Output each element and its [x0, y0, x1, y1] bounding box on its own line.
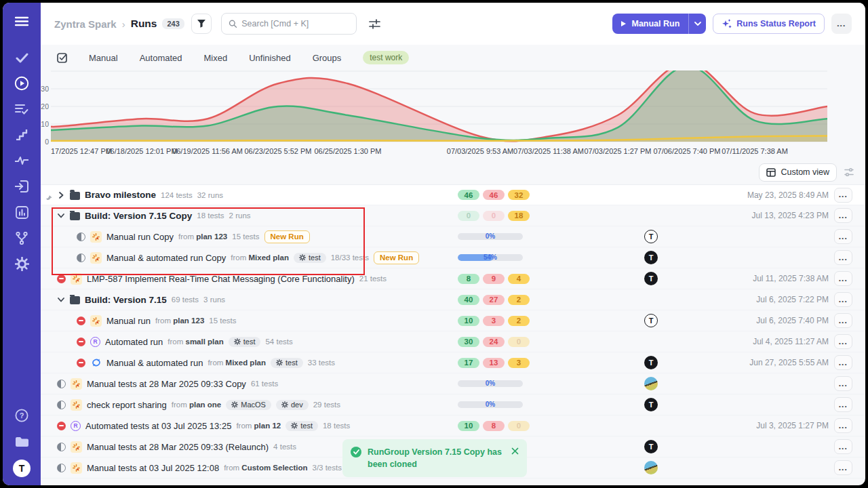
group-row[interactable]: Bravo milestone124 tests32 runs 464632 M…	[41, 184, 865, 205]
select-runs-icon[interactable]	[57, 53, 67, 63]
assignee-avatar[interactable]: T	[644, 272, 658, 285]
manual-run-type-icon	[71, 273, 82, 285]
tab-unfinished[interactable]: Unfinished	[249, 53, 290, 63]
row-more-button[interactable]	[834, 397, 852, 412]
run-row[interactable]: Manual tests at 28 Mar 2025 09:33 Copy61…	[41, 373, 865, 394]
run-title[interactable]: Automated run	[105, 337, 163, 347]
row-more-button[interactable]	[834, 313, 852, 328]
testcases-check-icon[interactable]	[14, 50, 29, 65]
run-title[interactable]: Manual tests at 28 Mar 2025 09:33 Copy	[87, 379, 246, 389]
run-title[interactable]: Bravo milestone	[85, 190, 156, 200]
breadcrumb-project[interactable]: Zyntra Spark	[54, 18, 117, 30]
settings-gear-icon[interactable]	[14, 256, 29, 271]
run-row[interactable]: RAutomated tests at 03 Jul 2025 13:25fro…	[41, 415, 865, 436]
run-title[interactable]: LMP-587 Implement Real-Time Chat Messagi…	[87, 274, 355, 284]
environment-tag[interactable]: test	[285, 421, 318, 431]
run-row[interactable]: Manual run Copyfrom plan 12315 testsNew …	[41, 226, 865, 247]
milestones-steps-icon[interactable]	[14, 127, 29, 142]
manual-run-dropdown-button[interactable]	[688, 14, 706, 34]
result-badge-green: 17	[458, 358, 479, 368]
assignee-avatar[interactable]: T	[644, 398, 658, 411]
row-more-button[interactable]	[834, 229, 852, 244]
run-row[interactable]: Manual & automated runfrom Mixed plantes…	[41, 352, 865, 373]
active-filter-badge[interactable]: test work	[363, 51, 409, 64]
run-title[interactable]: Build: Version 7.15	[85, 295, 167, 305]
help-icon[interactable]: ?	[14, 408, 29, 423]
header-more-button[interactable]	[831, 14, 852, 34]
test-plans-icon[interactable]	[14, 102, 29, 117]
row-menu-cell	[834, 250, 865, 265]
run-title[interactable]: Manual run Copy	[106, 232, 174, 242]
row-more-button[interactable]	[834, 439, 852, 454]
row-more-button[interactable]	[834, 460, 852, 475]
row-more-button[interactable]	[834, 334, 852, 349]
assignee-avatar[interactable]	[644, 377, 658, 390]
assignee-avatar[interactable]	[644, 461, 658, 474]
row-more-button[interactable]	[834, 355, 852, 370]
environment-tag[interactable]: test	[271, 358, 303, 368]
run-row[interactable]: check report sharingfrom plan oneMacOSde…	[41, 394, 865, 415]
chevron-down-icon[interactable]	[57, 213, 65, 218]
run-title[interactable]: Manual run	[106, 316, 151, 326]
filter-button[interactable]	[191, 14, 212, 34]
status-stopped-icon	[77, 359, 85, 367]
run-title[interactable]: Manual tests at 03 Jul 2025 12:08	[87, 463, 219, 473]
projects-folder-icon[interactable]	[14, 434, 29, 449]
tab-manual[interactable]: Manual	[89, 53, 118, 63]
run-row[interactable]: Manual runfrom plan 12315 tests 1032 T J…	[41, 310, 865, 331]
import-icon[interactable]	[14, 179, 29, 194]
group-row[interactable]: Build: Version 7.15 Copy18 tests2 runs 0…	[41, 205, 865, 226]
assignee-avatar[interactable]: T	[644, 251, 658, 264]
row-more-button[interactable]	[834, 188, 852, 203]
search-box[interactable]	[221, 13, 357, 35]
row-more-button[interactable]	[834, 208, 852, 223]
row-more-button[interactable]	[834, 376, 852, 391]
row-more-button[interactable]	[834, 250, 852, 265]
row-more-button[interactable]	[834, 292, 852, 307]
tab-mixed[interactable]: Mixed	[204, 53, 228, 63]
run-row[interactable]: Manual & automated run Copyfrom Mixed pl…	[41, 247, 865, 268]
runs-play-icon[interactable]	[14, 76, 29, 91]
run-title[interactable]: Manual & automated run	[106, 358, 203, 368]
run-title[interactable]: Build: Version 7.15 Copy	[85, 211, 192, 221]
result-badge-red: 0	[483, 211, 505, 221]
branch-icon[interactable]	[14, 230, 29, 245]
run-row[interactable]: RAutomated runfrom small plantest54 test…	[41, 331, 865, 352]
run-title[interactable]: Manual tests at 28 Mar 2025 09:33 (Relau…	[87, 442, 269, 452]
chevron-down-icon[interactable]	[57, 297, 65, 302]
tab-groups[interactable]: Groups	[313, 53, 342, 63]
search-settings-icon[interactable]	[369, 19, 380, 29]
chevron-right-icon[interactable]	[57, 192, 65, 199]
assignee-avatar[interactable]: T	[644, 440, 658, 453]
environment-tag[interactable]: test	[294, 253, 326, 263]
row-more-button[interactable]	[834, 418, 852, 433]
run-title[interactable]: Automated tests at 03 Jul 2025 13:25	[85, 421, 231, 431]
ellipsis-icon	[839, 400, 848, 410]
environment-tag[interactable]: test	[229, 337, 261, 347]
user-avatar[interactable]: T	[13, 460, 31, 477]
activity-pulse-icon[interactable]	[14, 153, 29, 168]
manual-run-button[interactable]: Manual Run	[612, 14, 688, 34]
run-title[interactable]: check report sharing	[87, 400, 167, 410]
tab-automated[interactable]: Automated	[140, 53, 182, 63]
menu-icon[interactable]	[14, 14, 29, 28]
tests-count: 61 tests	[251, 380, 278, 388]
column-settings-icon[interactable]	[844, 167, 854, 177]
environment-tag[interactable]: dev	[276, 400, 309, 410]
environment-tag[interactable]: MacOS	[226, 400, 271, 410]
assignee-avatar[interactable]: T	[644, 356, 658, 369]
automated-run-type-icon: R	[71, 421, 81, 431]
assignee-avatar[interactable]: T	[644, 314, 658, 327]
runs-status-report-button[interactable]: Runs Status Report	[713, 14, 825, 34]
run-row[interactable]: LMP-587 Implement Real-Time Chat Messagi…	[41, 268, 865, 289]
toast-close-icon[interactable]	[511, 447, 519, 457]
search-input[interactable]	[241, 19, 349, 28]
row-more-button[interactable]	[834, 271, 852, 286]
group-row[interactable]: Build: Version 7.1569 tests3 runs 40272 …	[41, 289, 865, 310]
runs-status-report-label: Runs Status Report	[736, 19, 816, 28]
assignee-avatar[interactable]: T	[644, 230, 658, 243]
custom-view-button[interactable]: Custom view	[759, 163, 837, 182]
view-toolbar: Custom view	[41, 160, 865, 184]
reports-chart-icon[interactable]	[14, 205, 29, 220]
run-title[interactable]: Manual & automated run Copy	[106, 253, 226, 263]
